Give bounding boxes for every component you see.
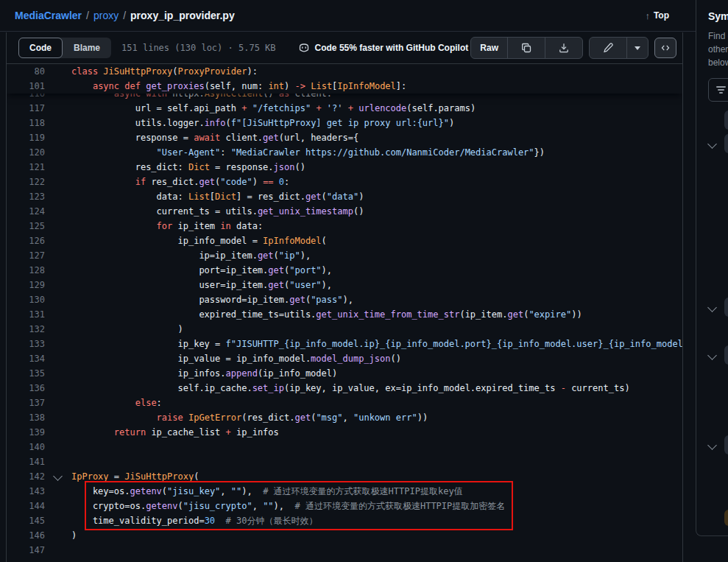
code-text: "User-Agent": "MediaCrawler https://gith…	[71, 145, 545, 160]
line-number[interactable]: 127	[7, 248, 45, 263]
fold-gutter	[45, 101, 71, 116]
breadcrumb-repo-link[interactable]: MediaCrawler	[15, 10, 82, 21]
code-line: 146)	[7, 528, 682, 543]
fold-gutter	[45, 454, 71, 469]
line-number[interactable]: 131	[7, 307, 45, 322]
line-number[interactable]: 123	[7, 189, 45, 204]
code-line: 139 return ip_cache_list + ip_infos	[7, 425, 682, 440]
toolbar-actions: Raw	[470, 37, 676, 59]
line-number[interactable]: 144	[7, 499, 45, 513]
back-to-top-link[interactable]: ↑ Top	[645, 10, 669, 21]
code-text: for ip_item in data:	[71, 219, 263, 233]
symbols-panel-description: Find definitions and references for func…	[708, 29, 728, 69]
chevron-down-icon[interactable]	[707, 440, 717, 450]
code-line: 141	[7, 454, 682, 469]
symbol-pill[interactable]	[724, 510, 728, 526]
fold-gutter	[45, 189, 71, 204]
line-number[interactable]: 101	[7, 79, 45, 94]
code-text: self.ip_cache.set_ip(ip_key, ip_value, e…	[71, 381, 630, 396]
fold-gutter	[45, 263, 71, 278]
fold-gutter	[45, 337, 71, 351]
fold-gutter	[45, 204, 71, 219]
chevron-down-icon[interactable]	[707, 139, 717, 149]
line-number[interactable]: 137	[7, 396, 45, 410]
symbol-pill[interactable]	[724, 110, 728, 130]
line-number[interactable]: 129	[7, 278, 45, 292]
symbol-pill[interactable]	[724, 298, 728, 317]
code-line: 101 async def get_proxies(self, num: int…	[7, 79, 682, 94]
line-number[interactable]: 146	[7, 528, 45, 543]
code-line: 123 data: List[Dict] = res_dict.get("dat…	[7, 189, 682, 204]
line-number[interactable]: 117	[7, 101, 45, 116]
code-line: 122 if res_dict.get("code") == 0:	[7, 175, 682, 189]
line-number[interactable]: 80	[7, 64, 45, 79]
line-number[interactable]: 121	[7, 160, 45, 175]
fold-gutter	[45, 322, 71, 337]
line-number[interactable]: 135	[7, 366, 45, 381]
line-number[interactable]: 118	[7, 116, 45, 130]
line-number[interactable]: 140	[7, 440, 45, 454]
raw-button[interactable]: Raw	[471, 38, 507, 58]
line-number[interactable]: 143	[7, 484, 45, 499]
breadcrumb-folder-link[interactable]: proxy	[93, 10, 119, 21]
symbol-pill[interactable]	[724, 435, 728, 454]
symbols-filter-input[interactable]	[708, 78, 728, 102]
breadcrumb-separator: /	[86, 10, 89, 21]
line-number[interactable]: 122	[7, 175, 45, 189]
tab-code[interactable]: Code	[18, 38, 63, 58]
line-number[interactable]: 125	[7, 219, 45, 233]
code-line: 126 ip_info_model = IpInfoModel(	[7, 233, 682, 248]
fold-gutter	[45, 469, 71, 484]
code-text: return ip_cache_list + ip_infos	[71, 425, 279, 440]
edit-actions-group	[589, 37, 649, 59]
code-text: expired_time_ts=utils.get_unix_time_from…	[71, 307, 582, 322]
fold-chevron-icon[interactable]	[53, 471, 63, 481]
line-number[interactable]: 133	[7, 337, 45, 351]
line-number[interactable]: 132	[7, 322, 45, 337]
code-line: 129 user=ip_item.get("user"),	[7, 278, 682, 292]
download-raw-button[interactable]	[545, 38, 582, 58]
code-text: class JiSuHttpProxy(ProxyProvider):	[71, 64, 258, 79]
code-text: ip=ip_item.get("ip"),	[71, 248, 311, 263]
line-number[interactable]: 119	[7, 130, 45, 145]
line-number[interactable]: 120	[7, 145, 45, 160]
fold-gutter	[45, 175, 71, 189]
line-number[interactable]: 138	[7, 410, 45, 425]
line-number[interactable]: 142	[7, 469, 45, 484]
code-text: user=ip_item.get("user"),	[71, 278, 332, 292]
copilot-banner[interactable]: Code 55% faster with GitHub Copilot	[298, 42, 469, 54]
code-line: 120 "User-Agent": "MediaCrawler https://…	[7, 145, 682, 160]
chevron-down-icon[interactable]	[707, 351, 717, 360]
symbol-pill[interactable]	[724, 134, 728, 153]
line-number[interactable]: 141	[7, 454, 45, 469]
tab-blame[interactable]: Blame	[63, 38, 111, 58]
line-number[interactable]: 124	[7, 204, 45, 219]
edit-file-button[interactable]	[590, 38, 626, 58]
fold-gutter	[45, 366, 71, 381]
line-number[interactable]: 128	[7, 263, 45, 278]
line-number[interactable]: 139	[7, 425, 45, 440]
line-number[interactable]: 147	[7, 543, 45, 558]
symbols-panel-toggle-button[interactable]	[654, 38, 676, 58]
code-text: ip_info_model = IpInfoModel(	[71, 233, 327, 248]
copy-raw-button[interactable]	[507, 38, 545, 58]
line-number[interactable]: 134	[7, 351, 45, 366]
code-line: 133 ip_key = f"JISUHTTP_{ip_info_model.i…	[7, 337, 682, 351]
line-number[interactable]: 126	[7, 233, 45, 248]
code-line: 147	[7, 543, 682, 558]
fold-gutter	[45, 543, 71, 558]
line-number[interactable]: 145	[7, 513, 45, 528]
edit-dropdown-button[interactable]	[626, 38, 648, 58]
line-number[interactable]: 136	[7, 381, 45, 396]
symbols-panel-title: Symbols	[708, 10, 728, 22]
chevron-down-icon[interactable]	[707, 303, 717, 312]
code-line: 131 expired_time_ts=utils.get_unix_time_…	[7, 307, 682, 322]
code-text: else:	[71, 396, 162, 410]
fold-gutter	[45, 219, 71, 233]
code-line: 138 raise IpGetError(res_dict.get("msg",…	[7, 410, 682, 425]
fold-gutter	[45, 425, 71, 440]
line-number[interactable]: 130	[7, 292, 45, 307]
symbol-pill[interactable]	[724, 345, 728, 365]
code-text: current_ts = utils.get_unix_timestamp()	[71, 204, 364, 219]
fold-gutter	[45, 130, 71, 145]
